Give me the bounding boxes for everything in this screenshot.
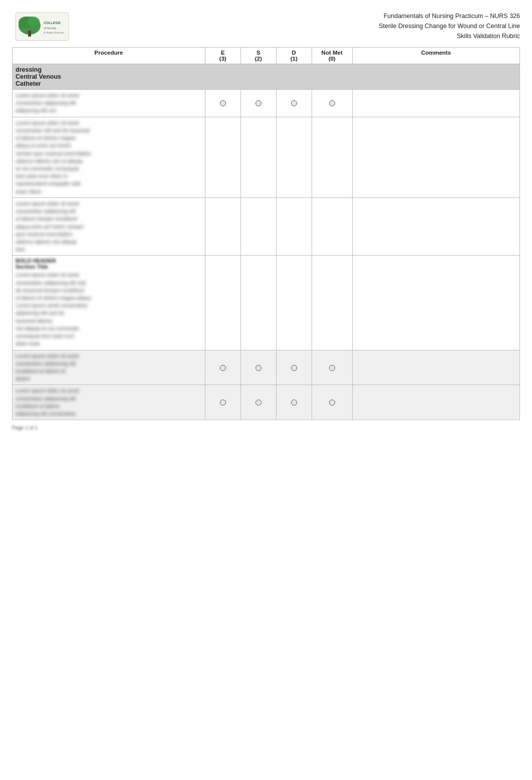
header-text-block: Fundamentals of Nursing Practicum – NURS…	[82, 9, 520, 41]
col-header-e: E (3)	[205, 48, 240, 64]
radio-s-4	[240, 256, 276, 350]
col-header-comments: Comments	[352, 48, 519, 64]
radio-e-4	[205, 256, 240, 350]
radio-s-6[interactable]	[240, 385, 276, 420]
radio-notmet-1[interactable]	[312, 90, 352, 117]
institution-logo: COLLEGE of Nursing & Health Sciences	[12, 9, 72, 44]
radio-s-3	[240, 198, 276, 256]
radio-s-1[interactable]	[240, 90, 276, 117]
procedure-cell-1: Lorem ipsum dolor sit amet consectetur a…	[13, 90, 205, 117]
course-title-line3: Skills Validation Rubric	[82, 31, 520, 41]
rubric-table: Procedure E (3) S (2) D (1) Not Met (0) …	[12, 47, 520, 420]
radio-d-4	[276, 256, 312, 350]
comments-cell-4	[352, 256, 519, 350]
radio-notmet-3	[312, 198, 352, 256]
svg-text:of Nursing: of Nursing	[44, 27, 56, 30]
col-header-procedure: Procedure	[13, 48, 205, 64]
col-header-s: S (2)	[240, 48, 276, 64]
procedure-cell-6: Lorem ipsum dolor sit amet consectetur a…	[13, 385, 205, 420]
procedure-cell-5: Lorem ipsum dolor sit amet consectetur a…	[13, 350, 205, 385]
radio-e-3	[205, 198, 240, 256]
table-header-row: Procedure E (3) S (2) D (1) Not Met (0) …	[13, 48, 520, 64]
svg-text:COLLEGE: COLLEGE	[44, 21, 61, 25]
table-row: Lorem ipsum dolor sit amet consectetur a…	[13, 198, 520, 256]
table-row: Lorem ipsum dolor sit amet consectetur a…	[13, 90, 520, 117]
course-title-line2: Sterile Dressing Change for Wound or Cen…	[82, 21, 520, 31]
procedure-cell-3: Lorem ipsum dolor sit amet consectetur a…	[13, 198, 205, 256]
radio-d-1[interactable]	[276, 90, 312, 117]
radio-e-5[interactable]	[205, 350, 240, 385]
radio-d-5[interactable]	[276, 350, 312, 385]
radio-notmet-5[interactable]	[312, 350, 352, 385]
radio-s-2	[240, 117, 276, 198]
footer-note: Page 1 of 1	[12, 425, 520, 431]
radio-notmet-4	[312, 256, 352, 350]
table-row: Lorem ipsum dolor sit amet consectetur a…	[13, 385, 520, 420]
course-title-line1: Fundamentals of Nursing Practicum – NURS…	[82, 11, 520, 21]
procedure-cell-2: Lorem ipsum dolor sit amet consectetur e…	[13, 117, 205, 198]
radio-e-1[interactable]	[205, 90, 240, 117]
procedure-cell-4: BOLD HEADERSection Title Lorem ipsum dol…	[13, 256, 205, 350]
comments-cell-5	[352, 350, 519, 385]
section-header-row: dressingCentral VenousCatheter	[13, 64, 520, 90]
radio-notmet-6[interactable]	[312, 385, 352, 420]
svg-rect-4	[28, 31, 31, 37]
radio-d-3	[276, 198, 312, 256]
comments-cell-6	[352, 385, 519, 420]
svg-point-3	[28, 17, 40, 27]
radio-e-2	[205, 117, 240, 198]
table-row: Lorem ipsum dolor sit amet consectetur e…	[13, 117, 520, 198]
comments-cell-1	[352, 90, 519, 117]
radio-notmet-2	[312, 117, 352, 198]
page-header: COLLEGE of Nursing & Health Sciences Fun…	[12, 9, 520, 44]
table-row: BOLD HEADERSection Title Lorem ipsum dol…	[13, 256, 520, 350]
col-header-d: D (1)	[276, 48, 312, 64]
table-row: Lorem ipsum dolor sit amet consectetur a…	[13, 350, 520, 385]
col-header-notmet: Not Met (0)	[312, 48, 352, 64]
comments-cell-2	[352, 117, 519, 198]
comments-cell-3	[352, 198, 519, 256]
radio-d-2	[276, 117, 312, 198]
radio-e-6[interactable]	[205, 385, 240, 420]
svg-text:& Health Sciences: & Health Sciences	[44, 31, 64, 34]
radio-d-6[interactable]	[276, 385, 312, 420]
section-header-cell: dressingCentral VenousCatheter	[13, 64, 520, 90]
radio-s-5[interactable]	[240, 350, 276, 385]
